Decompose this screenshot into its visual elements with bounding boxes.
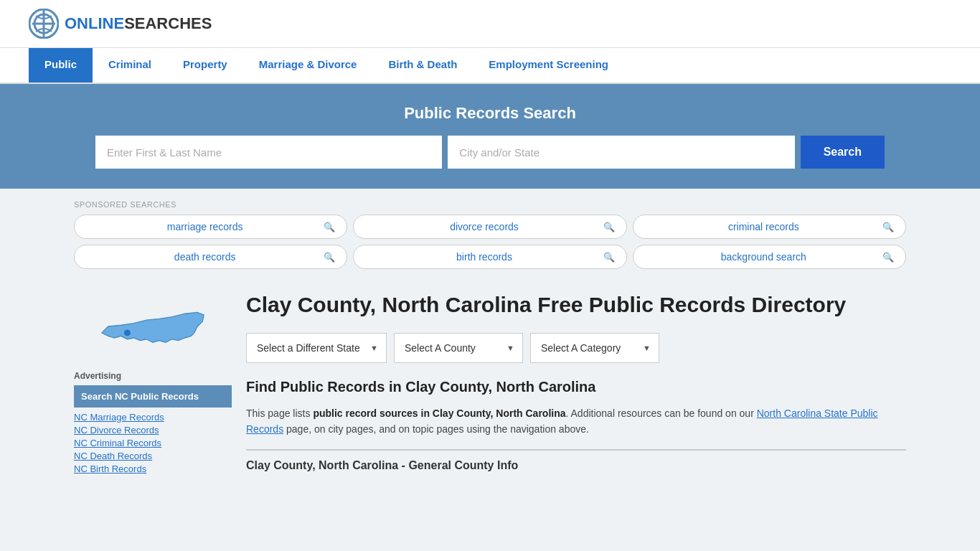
search-form: Search <box>95 136 885 169</box>
general-info-title: Clay County, North Carolina - General Co… <box>246 459 906 472</box>
sponsored-label: SPONSORED SEARCHES <box>74 200 906 209</box>
county-dropdown-wrapper: Select A County <box>394 333 523 363</box>
name-input[interactable] <box>95 136 442 169</box>
logo-icon <box>29 9 59 39</box>
page-title: Clay County, North Carolina Free Public … <box>246 291 906 319</box>
general-info-box: Clay County, North Carolina - General Co… <box>246 449 906 472</box>
sidebar-map <box>74 291 232 362</box>
county-dropdown[interactable]: Select A County <box>394 333 523 363</box>
search-banner: Public Records Search Search <box>0 84 980 189</box>
logo: ONLINESEARCHES <box>29 9 212 39</box>
content-area: Advertising Search NC Public Records NC … <box>74 283 906 476</box>
search-button[interactable]: Search <box>801 136 885 169</box>
tag-birth[interactable]: birth records 🔍 <box>353 245 626 269</box>
search-tag-icon-death: 🔍 <box>324 252 335 263</box>
tag-marriage[interactable]: marriage records 🔍 <box>74 215 347 239</box>
logo-text: ONLINESEARCHES <box>65 14 212 33</box>
tag-divorce[interactable]: divorce records 🔍 <box>353 215 626 239</box>
sidebar: Advertising Search NC Public Records NC … <box>74 291 232 476</box>
find-text-3: page, on city pages, and on topic pages … <box>283 423 589 435</box>
nav-birth-death[interactable]: Birth & Death <box>372 48 473 83</box>
search-tag-icon-criminal: 🔍 <box>882 222 894 232</box>
main-area: SPONSORED SEARCHES marriage records 🔍 di… <box>45 200 935 476</box>
search-tag-icon-birth: 🔍 <box>603 252 615 263</box>
search-banner-title: Public Records Search <box>29 104 951 123</box>
advertising-label: Advertising <box>74 371 232 381</box>
search-tag-icon-divorce: 🔍 <box>603 222 615 232</box>
ad-highlight[interactable]: Search NC Public Records <box>74 385 232 408</box>
state-dropdown-wrapper: Select a Different State <box>246 333 387 363</box>
nav-employment[interactable]: Employment Screening <box>473 48 624 83</box>
category-dropdown-wrapper: Select A Category <box>530 333 659 363</box>
sidebar-link-death[interactable]: NC Death Records <box>74 451 232 461</box>
search-tag-icon-background: 🔍 <box>882 252 894 263</box>
nav-criminal[interactable]: Criminal <box>93 48 167 83</box>
sidebar-link-marriage[interactable]: NC Marriage Records <box>74 412 232 423</box>
main-content: Clay County, North Carolina Free Public … <box>246 291 906 476</box>
tag-death[interactable]: death records 🔍 <box>74 245 347 269</box>
sidebar-link-criminal[interactable]: NC Criminal Records <box>74 438 232 448</box>
find-text-1: This page lists <box>246 408 313 419</box>
find-section-text: This page lists public record sources in… <box>246 405 906 438</box>
svg-point-4 <box>124 329 131 336</box>
sidebar-link-divorce[interactable]: NC Divorce Records <box>74 425 232 435</box>
nav-marriage-divorce[interactable]: Marriage & Divorce <box>243 48 373 83</box>
sponsored-tags: marriage records 🔍 divorce records 🔍 cri… <box>74 215 906 269</box>
state-dropdown[interactable]: Select a Different State <box>246 333 387 363</box>
nc-map-image <box>95 291 210 362</box>
search-tag-icon-marriage: 🔍 <box>324 222 335 232</box>
find-text-2: . Additional resources can be found on o… <box>566 408 757 419</box>
sidebar-link-birth[interactable]: NC Birth Records <box>74 463 232 474</box>
header: ONLINESEARCHES <box>0 0 980 48</box>
dropdowns-row: Select a Different State Select A County… <box>246 333 906 363</box>
nav-property[interactable]: Property <box>167 48 243 83</box>
main-nav: Public Criminal Property Marriage & Divo… <box>0 48 980 84</box>
tag-background[interactable]: background search 🔍 <box>633 245 906 269</box>
tag-criminal[interactable]: criminal records 🔍 <box>633 215 906 239</box>
location-input[interactable] <box>448 136 794 169</box>
find-text-bold: public record sources in Clay County, No… <box>313 408 565 419</box>
find-section-title: Find Public Records in Clay County, Nort… <box>246 379 906 395</box>
nav-public[interactable]: Public <box>29 48 93 83</box>
category-dropdown[interactable]: Select A Category <box>530 333 659 363</box>
